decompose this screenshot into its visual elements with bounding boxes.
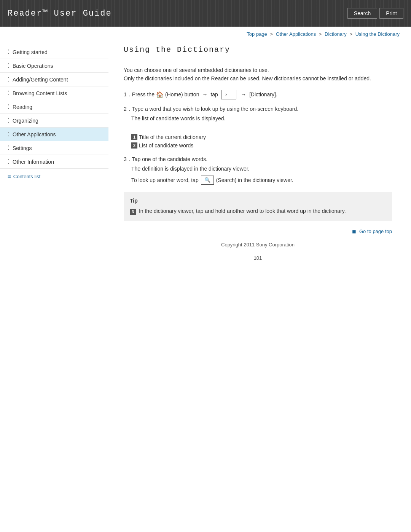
sidebar-label-other-applications: Other Applications [13,131,56,137]
step2-prefix: 2．Type a word that you wish to look up b… [124,105,392,113]
step1-tap: tap [210,90,218,99]
intro-line1: You can choose one of several embedded d… [124,67,269,73]
step1-arrow2: → [241,90,246,99]
footer: Copyright 2011 Sony Corporation [124,234,392,251]
contents-list-icon: ≡ [8,173,11,180]
sidebar-bullet: ⁚ [8,117,10,124]
breadcrumb-sep2: > [319,31,322,37]
legend: 1 Title of the current dictionary 2 List… [131,134,392,149]
go-to-top-label: Go to page top [359,228,392,234]
sidebar-bullet: ⁚ [8,76,10,83]
sidebar-item-reading[interactable]: ⁚ Reading [0,100,108,114]
breadcrumb-current[interactable]: Using the Dictionary [355,31,400,37]
tip-badge: 3 [130,209,136,215]
sidebar-item-settings[interactable]: ⁚ Settings [0,141,108,155]
intro-text: You can choose one of several embedded d… [124,66,392,83]
step3-sub2-suffix: (Search) in the dictionary viewer. [216,176,293,184]
breadcrumb: Top page > Other Applications > Dictiona… [0,27,411,42]
intro-line2: Only the dictionaries included on the Re… [124,75,371,81]
sidebar-item-other-applications[interactable]: ⁚ Other Applications [0,128,108,141]
content-area: Using the Dictionary You can choose one … [108,42,411,284]
tip-content: 3 In the dictionary viewer, tap and hold… [130,207,386,215]
search-button[interactable]: Search [347,8,377,19]
sidebar-label-organizing: Organizing [13,118,38,124]
sidebar-bullet: ⁚ [8,48,10,56]
breadcrumb-dictionary[interactable]: Dictionary [325,31,347,37]
search-icon-box: 🔍 [201,176,214,185]
sidebar-label-browsing: Browsing Content Lists [13,90,67,96]
sidebar-bullet: ⁚ [8,144,10,152]
legend-item-2: 2 List of candidate words [131,142,392,149]
main-layout: ⁚ Getting started ⁚ Basic Operations ⁚ A… [0,42,411,299]
contents-list-link[interactable]: ≡ Contents list [0,169,108,183]
step1-middle: (Home) button [165,90,199,99]
go-to-top-link[interactable]: ◼ Go to page top [352,228,392,234]
sidebar-bullet: ⁚ [8,103,10,110]
tip-text: In the dictionary viewer, tap and hold a… [139,208,346,214]
step1-arrow1: → [202,90,207,99]
page-number: 101 [124,251,392,272]
legend-badge-1: 1 [131,134,137,140]
sidebar: ⁚ Getting started ⁚ Basic Operations ⁚ A… [0,42,108,284]
sidebar-label-other-information: Other Information [13,159,54,165]
sidebar-label-settings: Settings [13,145,32,151]
breadcrumb-sep1: > [270,31,273,37]
sidebar-item-getting-started[interactable]: ⁚ Getting started [0,45,108,59]
step-2: 2．Type a word that you wish to look up b… [124,105,392,123]
step3-prefix: 3．Tap one of the candidate words. [124,156,392,163]
search-icon: 🔍 [204,177,210,183]
tip-title: Tip [130,198,386,204]
step1-box-arrow: › [225,91,227,97]
breadcrumb-top-page[interactable]: Top page [247,31,267,37]
sidebar-item-basic-operations[interactable]: ⁚ Basic Operations [0,59,108,73]
sidebar-label-adding-content: Adding/Getting Content [13,77,68,83]
breadcrumb-other-applications[interactable]: Other Applications [276,31,316,37]
sidebar-bullet: ⁚ [8,131,10,138]
sidebar-item-organizing[interactable]: ⁚ Organizing [0,114,108,128]
go-top-icon: ◼ [352,228,356,234]
page-heading: Using the Dictionary [124,45,392,58]
step-3: 3．Tap one of the candidate words. The de… [124,156,392,185]
sidebar-item-adding-content[interactable]: ⁚ Adding/Getting Content [0,73,108,86]
step1-prefix: 1．Press the [124,90,155,99]
app-title: Reader™ User Guide [8,9,112,18]
step1-box: › [221,90,236,99]
sidebar-label-basic-operations: Basic Operations [13,63,53,69]
sidebar-bullet: ⁚ [8,158,10,165]
go-to-top: ◼ Go to page top [124,228,392,234]
sidebar-bullet: ⁚ [8,62,10,69]
header: Reader™ User Guide Search Print [0,0,411,27]
sidebar-item-browsing[interactable]: ⁚ Browsing Content Lists [0,86,108,100]
legend-text-2: List of candidate words [139,142,193,149]
step-1: 1．Press the 🏠 (Home) button → tap › → [D… [124,90,392,100]
legend-badge-2: 2 [131,142,137,149]
step3-sub1: The definition is displayed in the dicti… [131,165,392,173]
copyright: Copyright 2011 Sony Corporation [221,242,295,248]
sidebar-label-reading: Reading [13,104,32,110]
header-buttons: Search Print [347,8,403,19]
step2-sub: The list of candidate words is displayed… [131,114,392,123]
print-button[interactable]: Print [379,8,403,19]
legend-item-1: 1 Title of the current dictionary [131,134,392,140]
legend-text-1: Title of the current dictionary [139,134,206,140]
step3-sub2-prefix: To look up another word, tap [131,176,199,184]
contents-list-label: Contents list [13,174,41,179]
step3-lookup-line: To look up another word, tap 🔍 (Search) … [131,176,392,185]
step1-suffix: [Dictionary]. [249,90,277,99]
breadcrumb-sep3: > [349,31,352,37]
tip-box: Tip 3 In the dictionary viewer, tap and … [124,192,392,220]
sidebar-bullet: ⁚ [8,89,10,97]
home-icon: 🏠 [156,90,164,100]
sidebar-item-other-information[interactable]: ⁚ Other Information [0,155,108,169]
step3-sub1-text: The definition is displayed in the dicti… [131,166,250,172]
step-1-content: 1．Press the 🏠 (Home) button → tap › → [D… [124,90,392,100]
sidebar-label-getting-started: Getting started [13,49,48,55]
